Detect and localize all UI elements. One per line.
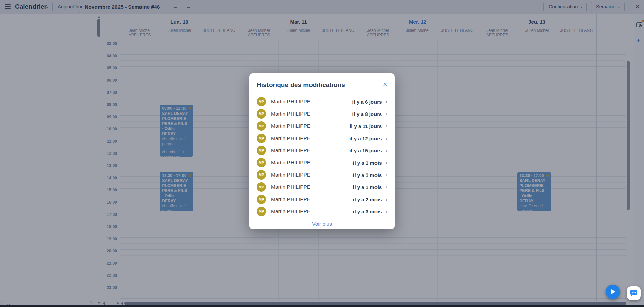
history-when: il y a 1 mois <box>353 172 382 178</box>
history-when: il y a 1 mois <box>353 160 382 166</box>
history-list: MPMartin PHILIPPEil y a 6 jours›MPMartin… <box>249 96 395 218</box>
play-icon <box>611 289 615 294</box>
history-entry[interactable]: MPMartin PHILIPPEil y a 11 jours› <box>249 120 395 132</box>
history-when: il y a 15 jours <box>349 148 382 154</box>
avatar: MP <box>257 121 266 131</box>
history-name: Martin PHILIPPE <box>271 135 349 141</box>
history-name: Martin PHILIPPE <box>271 196 353 202</box>
window-bottom-edge <box>0 305 644 307</box>
avatar: MP <box>257 158 266 167</box>
history-entry[interactable]: MPMartin PHILIPPEil y a 12 jours› <box>249 132 395 144</box>
history-when: il y a 11 jours <box>350 123 382 129</box>
history-entry[interactable]: MPMartin PHILIPPEil y a 2 mois› <box>249 193 395 205</box>
history-entry[interactable]: MPMartin PHILIPPEil y a 3 mois› <box>249 205 395 218</box>
see-more-link[interactable]: Voir plus <box>249 221 395 227</box>
avatar: MP <box>257 97 266 106</box>
history-name: Martin PHILIPPE <box>271 147 349 154</box>
history-entry[interactable]: MPMartin PHILIPPEil y a 8 jours› <box>249 108 395 120</box>
modal-close-icon[interactable]: ✕ <box>383 81 387 88</box>
history-when: il y a 8 jours <box>352 111 382 117</box>
chevron-right-icon: › <box>386 172 387 178</box>
history-name: Martin PHILIPPE <box>271 172 353 178</box>
history-name: Martin PHILIPPE <box>271 208 353 214</box>
chevron-right-icon: › <box>386 184 387 190</box>
history-name: Martin PHILIPPE <box>271 123 350 129</box>
chevron-right-icon: › <box>386 197 387 202</box>
avatar: MP <box>257 134 266 143</box>
avatar: MP <box>257 182 266 192</box>
avatar: MP <box>257 170 266 180</box>
chevron-right-icon: › <box>386 160 387 165</box>
chevron-right-icon: › <box>386 123 387 129</box>
history-when: il y a 6 jours <box>352 99 382 105</box>
history-entry[interactable]: MPMartin PHILIPPEil y a 1 mois› <box>249 181 395 193</box>
history-entry[interactable]: MPMartin PHILIPPEil y a 15 jours› <box>249 144 395 157</box>
history-modal: Historique des modifications ✕ MPMartin … <box>249 73 395 229</box>
history-entry[interactable]: MPMartin PHILIPPEil y a 1 mois› <box>249 157 395 169</box>
avatar: MP <box>257 207 266 216</box>
chevron-right-icon: › <box>386 209 387 214</box>
avatar: MP <box>257 195 266 204</box>
history-name: Martin PHILIPPE <box>271 184 353 190</box>
chevron-right-icon: › <box>386 148 387 153</box>
history-name: Martin PHILIPPE <box>271 111 352 117</box>
play-button[interactable] <box>606 285 620 299</box>
chat-button[interactable] <box>627 286 641 300</box>
chevron-right-icon: › <box>386 99 387 104</box>
history-name: Martin PHILIPPE <box>271 160 353 166</box>
history-when: il y a 1 mois <box>353 184 382 190</box>
avatar: MP <box>257 146 266 155</box>
calendar-app: Calendrier ⌄ Aujourd'hui Novembre 2025 -… <box>0 0 644 307</box>
chat-bubble-icon <box>630 289 638 297</box>
history-when: il y a 12 jours <box>349 136 382 141</box>
history-name: Martin PHILIPPE <box>271 99 352 105</box>
avatar: MP <box>257 109 266 119</box>
history-when: il y a 2 mois <box>353 197 382 202</box>
modal-title: Historique des modifications <box>257 81 345 89</box>
history-entry[interactable]: MPMartin PHILIPPEil y a 1 mois› <box>249 169 395 181</box>
history-when: il y a 3 mois <box>353 209 382 214</box>
chevron-right-icon: › <box>386 111 387 117</box>
history-entry[interactable]: MPMartin PHILIPPEil y a 6 jours› <box>249 96 395 108</box>
chevron-right-icon: › <box>386 136 387 141</box>
